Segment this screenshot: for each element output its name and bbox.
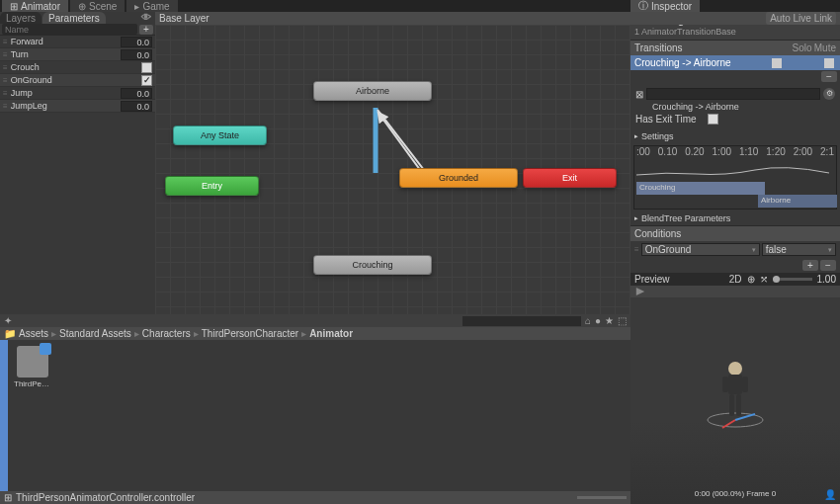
speed-slider[interactable]	[773, 278, 812, 281]
asset-label: ThirdPerson...	[14, 379, 51, 388]
drag-handle[interactable]: ≡	[3, 89, 8, 98]
drag-handle[interactable]: ≡	[3, 102, 8, 111]
svg-rect-13	[742, 377, 748, 392]
sub-tabs: Layers Parameters 👁	[0, 12, 155, 24]
preview-viewport[interactable]: 0:00 (000.0%) Frame 0 👤	[630, 297, 840, 504]
settings-foldout[interactable]: Settings	[630, 129, 840, 143]
svg-point-10	[728, 362, 742, 376]
crumb[interactable]: Animator	[309, 328, 353, 339]
transition-icon: ⊠	[635, 89, 643, 100]
star-icon[interactable]: ★	[605, 315, 614, 326]
project-scrollbar[interactable]	[0, 340, 8, 491]
param-value[interactable]: 0.0	[121, 37, 152, 47]
inspector-panel: ⓘInspector Crouching -> Airborne 1 Anima…	[630, 0, 840, 504]
crumb[interactable]: ThirdPersonCharacter	[202, 328, 298, 339]
avatar-icon[interactable]: 👤	[824, 489, 836, 500]
zoom-slider[interactable]	[577, 496, 627, 499]
param-value[interactable]: 0.0	[121, 101, 152, 112]
remove-condition-button[interactable]: −	[820, 260, 836, 271]
create-button[interactable]: ✦	[4, 315, 12, 326]
section-label: Transitions	[634, 42, 683, 53]
layer-name[interactable]: Base Layer	[159, 13, 210, 24]
timeline-clip-to[interactable]: Airborne	[758, 195, 837, 208]
filter-icon[interactable]: ⌂	[585, 315, 591, 326]
condition-row: ≡ OnGround false	[630, 241, 840, 258]
tab-scene[interactable]: ⊕Scene	[70, 0, 125, 13]
transition-name-display: Crouching -> Airborne	[635, 102, 835, 112]
param-name: Turn	[11, 49, 121, 59]
transition-label: Crouching -> Airborne	[634, 57, 731, 68]
drag-handle[interactable]: ≡	[3, 50, 8, 59]
subtab-parameters[interactable]: Parameters	[42, 12, 106, 24]
settings-button[interactable]: ⚙	[823, 88, 835, 100]
param-name: Jump	[11, 88, 121, 98]
transition-row[interactable]: Crouching -> Airborne	[630, 55, 840, 70]
drag-handle[interactable]: ≡	[3, 38, 8, 46]
folder-icon: 📁	[4, 328, 16, 339]
param-checkbox[interactable]	[141, 75, 152, 86]
node-grounded[interactable]: Grounded	[399, 168, 518, 188]
timeline-clip-from[interactable]: Crouching	[636, 182, 765, 195]
preview-label: Preview	[634, 274, 670, 285]
auto-live-link-button[interactable]: Auto Live Link	[766, 12, 836, 25]
pivot-icon[interactable]: ⊕	[747, 274, 755, 285]
parameters-panel: Layers Parameters 👁 + ≡Forward0.0 ≡Turn0…	[0, 12, 155, 326]
svg-rect-14	[729, 394, 734, 416]
drag-handle[interactable]: ≡	[3, 63, 8, 72]
condition-param-select[interactable]: OnGround	[641, 243, 760, 256]
svg-rect-11	[728, 375, 742, 394]
param-search-input[interactable]	[2, 24, 137, 35]
svg-rect-15	[736, 394, 741, 416]
subtab-layers[interactable]: Layers	[0, 12, 42, 24]
animator-icon: ⊞	[10, 1, 18, 12]
param-name: Crouch	[11, 62, 141, 72]
play-button[interactable]	[633, 287, 647, 296]
project-grid[interactable]: ThirdPerson...	[8, 340, 630, 491]
controller-icon	[17, 346, 48, 378]
2d-toggle[interactable]: 2D	[729, 274, 742, 285]
transition-timeline[interactable]: :000.100.201:001:101:202:002:1 Crouching…	[633, 145, 837, 210]
eye-toggle[interactable]: 👁	[137, 12, 155, 24]
preview-header: Preview 2D ⊕ ⤱ 1.00	[630, 273, 840, 286]
filter-icon2[interactable]: ●	[595, 315, 601, 326]
drag-handle[interactable]: ≡	[3, 76, 8, 85]
add-condition-button[interactable]: +	[802, 260, 818, 271]
node-anystate[interactable]: Any State	[173, 126, 267, 145]
timeline-curve	[636, 160, 840, 180]
blendtree-foldout[interactable]: BlendTree Parameters	[630, 211, 840, 225]
node-crouching[interactable]: Crouching	[313, 255, 432, 275]
exit-time-checkbox[interactable]	[708, 114, 718, 125]
asset-item[interactable]: ThirdPerson...	[14, 346, 51, 388]
param-value[interactable]: 0.0	[121, 49, 152, 60]
save-icon[interactable]: ⬚	[618, 315, 627, 326]
transition-subtitle: 1 AnimatorTransitionBase	[634, 27, 836, 37]
tab-game[interactable]: ▸Game	[126, 0, 177, 13]
tab-inspector[interactable]: ⓘInspector	[630, 0, 700, 12]
status-text: ThirdPersonAnimatorController.controller	[16, 492, 195, 503]
param-name: OnGround	[11, 75, 141, 85]
node-entry[interactable]: Entry	[165, 176, 259, 196]
project-search-input[interactable]	[462, 316, 581, 326]
node-airborne[interactable]: Airborne	[313, 81, 432, 101]
param-checkbox[interactable]	[141, 62, 152, 73]
project-statusbar: ⊞ ThirdPersonAnimatorController.controll…	[0, 491, 630, 504]
remove-button[interactable]: −	[821, 71, 837, 82]
crumb[interactable]: Standard Assets	[59, 328, 131, 339]
scene-icon: ⊕	[78, 1, 86, 12]
crumb[interactable]: Assets	[19, 328, 48, 339]
condition-value-select[interactable]: false	[762, 243, 836, 256]
tab-label: Game	[142, 1, 169, 12]
crumb[interactable]: Characters	[142, 328, 191, 339]
mute-checkbox[interactable]	[824, 58, 834, 68]
game-icon: ▸	[134, 1, 139, 12]
node-exit[interactable]: Exit	[523, 168, 617, 188]
transition-name-input[interactable]	[646, 88, 820, 100]
add-param-button[interactable]: +	[139, 25, 153, 35]
param-value[interactable]: 0.0	[121, 88, 152, 99]
ik-icon[interactable]: ⤱	[760, 274, 768, 285]
solo-checkbox[interactable]	[772, 58, 782, 68]
tab-label: Inspector	[651, 1, 692, 12]
tab-animator[interactable]: ⊞Animator	[2, 0, 68, 13]
controller-icon: ⊞	[4, 492, 12, 503]
exit-time-label: Has Exit Time	[635, 114, 697, 125]
